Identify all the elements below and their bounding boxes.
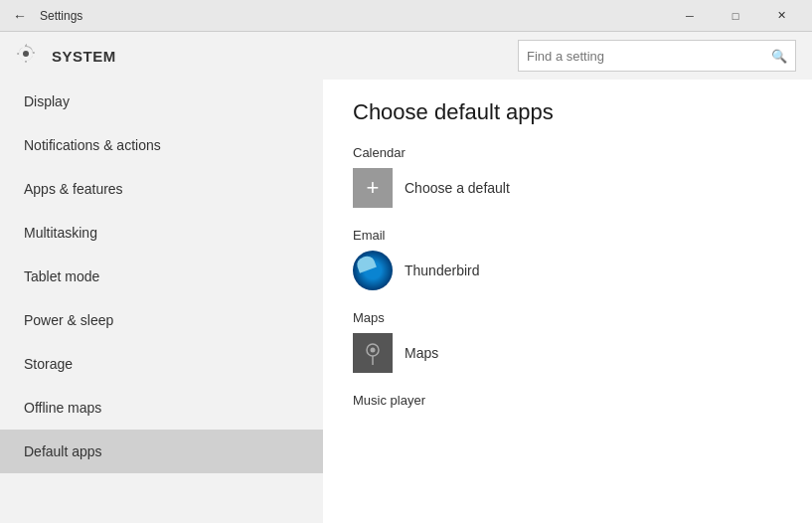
close-button[interactable]: ✕ [758,0,804,32]
app-body: Display Notifications & actions Apps & f… [0,80,812,523]
sidebar-item-display[interactable]: Display [0,80,323,123]
svg-point-1 [371,348,376,353]
calendar-app-icon: + [353,168,393,208]
calendar-section: Calendar + Choose a default [353,145,782,208]
search-input[interactable] [527,49,771,64]
sidebar-item-tablet-mode[interactable]: Tablet mode [0,255,323,298]
calendar-app-name: Choose a default [405,180,510,196]
title-bar-left: ← Settings [8,4,82,28]
calendar-app-row[interactable]: + Choose a default [353,168,782,208]
email-label: Email [353,228,782,243]
maps-label: Maps [353,310,782,325]
sidebar-item-offline-maps[interactable]: Offline maps [0,386,323,430]
content-area: Choose default apps Calendar + Choose a … [323,80,812,523]
maps-section: Maps Maps [353,310,782,373]
sidebar-item-multitasking[interactable]: Multitasking [0,211,323,255]
minimize-button[interactable]: ─ [667,0,713,32]
title-bar: ← Settings ─ □ ✕ [0,0,812,32]
title-bar-controls: ─ □ ✕ [667,0,804,32]
email-app-row[interactable]: Thunderbird [353,251,782,290]
sidebar: Display Notifications & actions Apps & f… [0,80,323,523]
sidebar-item-storage[interactable]: Storage [0,342,323,386]
maps-app-row[interactable]: Maps [353,333,782,373]
page-title: Choose default apps [353,99,782,125]
sidebar-item-notifications[interactable]: Notifications & actions [0,123,323,167]
email-app-name: Thunderbird [405,262,480,278]
calendar-label: Calendar [353,145,782,160]
app-container: SYSTEM 🔍 Display Notifications & actions… [0,32,812,523]
email-app-icon [353,251,393,290]
sidebar-item-power-sleep[interactable]: Power & sleep [0,298,323,342]
email-section: Email Thunderbird [353,228,782,290]
sidebar-item-default-apps[interactable]: Default apps [0,430,323,473]
back-button[interactable]: ← [8,4,32,28]
maps-app-icon [353,333,393,373]
gear-icon [16,44,40,68]
app-header: SYSTEM 🔍 [0,32,812,80]
music-player-label: Music player [353,393,782,408]
music-player-section: Music player [353,393,782,408]
header-title: SYSTEM [52,48,116,65]
maps-app-name: Maps [405,345,438,361]
sidebar-item-apps-features[interactable]: Apps & features [0,167,323,211]
search-box[interactable]: 🔍 [518,40,796,72]
search-icon: 🔍 [771,49,787,64]
maximize-button[interactable]: □ [713,0,758,32]
window-title: Settings [40,9,82,23]
